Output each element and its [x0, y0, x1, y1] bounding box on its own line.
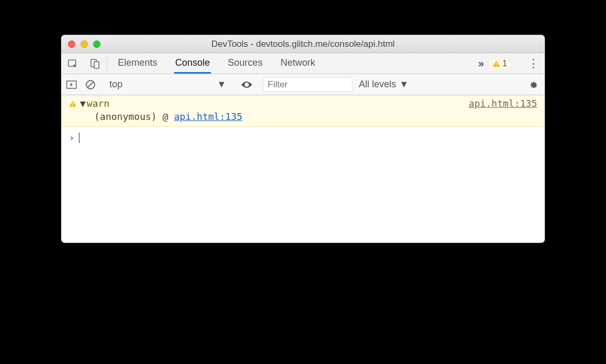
chevron-down-icon: ▼: [399, 79, 409, 90]
log-message: warn: [87, 98, 109, 109]
window-title: DevTools - devtools.glitch.me/console/ap…: [62, 39, 544, 49]
inspect-element-icon[interactable]: [62, 53, 84, 74]
toolbar-right: » 1 ⋮: [478, 53, 544, 74]
close-window-button[interactable]: [68, 41, 75, 48]
console-prompt[interactable]: ›: [62, 127, 544, 148]
prompt-caret-icon: ›: [69, 132, 75, 143]
warnings-count: 1: [502, 59, 507, 68]
console-filter-bar: top ▼ All levels ▼: [62, 74, 544, 95]
context-label: top: [109, 79, 123, 90]
minimize-window-button[interactable]: [80, 41, 88, 48]
panel-tabs: Elements Console Sources Network: [108, 53, 316, 74]
chevron-down-icon: ▼: [217, 79, 226, 90]
traffic-lights: [68, 41, 100, 48]
execution-context-select[interactable]: top ▼: [104, 77, 230, 92]
levels-label: All levels: [359, 79, 396, 90]
stack-frame-link[interactable]: api.html:135: [174, 111, 243, 122]
toggle-sidebar-icon[interactable]: [62, 80, 82, 89]
more-tabs-icon[interactable]: »: [478, 57, 482, 69]
console-output: ▼ warn api.html:135 (anonymous) @ api.ht…: [62, 95, 544, 242]
warning-icon: [492, 60, 500, 67]
titlebar: DevTools - devtools.glitch.me/console/ap…: [62, 35, 544, 53]
tab-console[interactable]: Console: [174, 53, 211, 74]
zoom-window-button[interactable]: [93, 41, 100, 48]
svg-rect-2: [94, 62, 99, 68]
log-stack-trace: (anonymous) @ api.html:135: [69, 109, 537, 122]
svg-rect-8: [73, 103, 74, 105]
stack-frame-name: (anonymous) @: [94, 111, 174, 122]
live-expression-icon[interactable]: [235, 80, 258, 89]
clear-console-icon[interactable]: [82, 79, 99, 90]
filter-input[interactable]: [263, 77, 352, 92]
main-toolbar: Elements Console Sources Network » 1 ⋮: [62, 53, 544, 74]
tab-network[interactable]: Network: [279, 53, 316, 74]
console-settings-icon[interactable]: [528, 79, 544, 90]
disclosure-triangle-icon[interactable]: ▼: [80, 98, 86, 109]
log-summary-row: ▼ warn api.html:135: [69, 98, 537, 109]
log-levels-select[interactable]: All levels ▼: [359, 79, 409, 90]
svg-rect-4: [496, 65, 497, 66]
svg-rect-9: [73, 105, 74, 106]
devtools-window: DevTools - devtools.glitch.me/console/ap…: [61, 35, 545, 243]
svg-line-7: [88, 82, 94, 87]
separator: [107, 56, 107, 70]
warning-icon: [69, 100, 77, 107]
svg-rect-3: [496, 63, 497, 65]
overflow-menu-icon[interactable]: ⋮: [528, 57, 539, 70]
device-toolbar-icon[interactable]: [84, 53, 106, 74]
log-source-link[interactable]: api.html:135: [469, 98, 537, 109]
text-cursor: [79, 133, 79, 143]
console-warning-entry[interactable]: ▼ warn api.html:135 (anonymous) @ api.ht…: [62, 95, 544, 127]
tab-elements[interactable]: Elements: [117, 53, 158, 74]
warnings-badge[interactable]: 1: [489, 58, 510, 69]
tab-sources[interactable]: Sources: [227, 53, 264, 74]
